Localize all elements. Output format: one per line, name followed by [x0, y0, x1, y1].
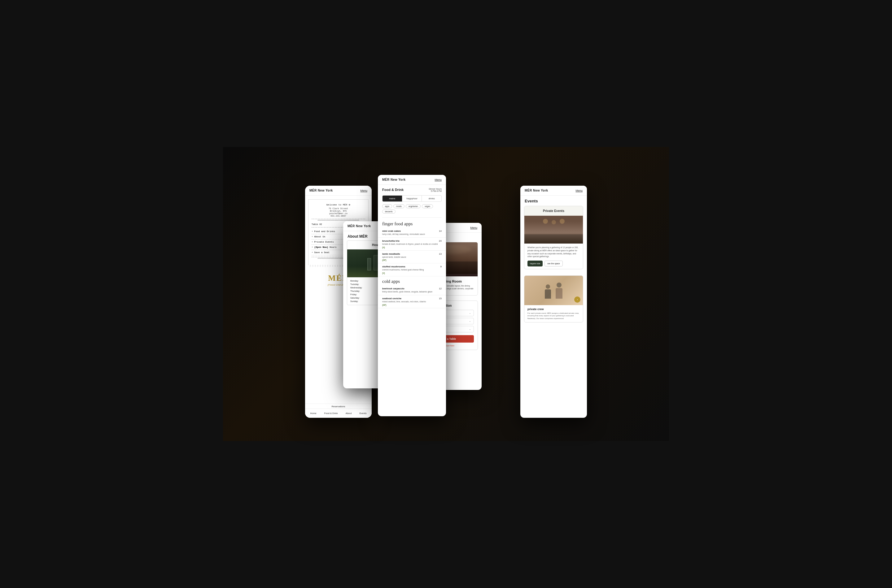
nav-logo-3: MÉR New York: [382, 178, 406, 182]
dining-scene-graphic: [524, 216, 583, 243]
email: yeschef@mer.co: [311, 212, 365, 215]
events-buttons: inquire now see the space: [528, 261, 580, 267]
food-item-lamb: lamb meatballs 13 spiced lamb, tzatziki …: [378, 250, 446, 263]
section-finger-food: finger food apps: [378, 219, 446, 228]
item-price-ceviche: 15: [439, 297, 442, 300]
phone: 631-231-9097: [311, 215, 365, 217]
tab-drinks[interactable]: drinks: [422, 196, 441, 201]
item-price-lamb: 13: [439, 252, 442, 255]
food-header: Food & Drink Dinner Hours 5 PM-9 PM: [378, 185, 446, 195]
private-events-text: Whether you're planning a gathering of 1…: [528, 246, 580, 258]
chip-vegetarian[interactable]: vegetarian: [406, 204, 421, 208]
person-body-2: [556, 288, 563, 298]
item-price-crab: 14: [439, 230, 442, 232]
nav-menu-1[interactable]: Menu: [360, 189, 367, 192]
divider-food: [382, 217, 442, 218]
bottom-nav-bar: Home Food & Drink About Events: [305, 408, 372, 418]
chip-desserts[interactable]: desserts: [382, 210, 396, 213]
plus-icon-1: +: [311, 230, 313, 233]
chip-apps[interactable]: apps: [382, 204, 392, 208]
food-item-bruschetta: bruschetta trio 24 tomato & basil, mushr…: [378, 238, 446, 250]
nav-about[interactable]: About: [344, 411, 353, 416]
address1: 75 Clark Street: [311, 207, 365, 210]
plus-icon-4: +: [311, 246, 313, 249]
filter-chips: apps meats vegetarian vegan desserts: [378, 202, 446, 216]
crew-body: private crew For each private event, MÉR…: [524, 305, 583, 322]
nav-menu-4[interactable]: Menu: [470, 226, 477, 230]
private-events-body: Whether you're planning a gathering of 1…: [524, 243, 583, 269]
private-events-label: Private Events: [314, 241, 334, 243]
about-label: About Us: [314, 236, 325, 238]
nav-bar-5: MÉR New York Menu: [520, 186, 587, 196]
item-desc-ceviche: mixed seafood, lime, avocado, red onion,…: [382, 300, 442, 303]
crew-title: private crew: [528, 308, 580, 311]
events-section-title: Events: [520, 196, 587, 206]
item-price-mushrooms: 9: [441, 265, 442, 268]
chip-meats[interactable]: meats: [393, 204, 405, 208]
item-price-beetroot: 12: [439, 287, 442, 290]
welcome-text: Welcome to MÉR ✿: [311, 203, 365, 206]
nav-menu-5[interactable]: Menu: [575, 189, 582, 192]
item-tag-bruschetta: (V): [382, 246, 442, 249]
nav-logo-2: MÉR New York: [347, 224, 371, 228]
table-label: Table 02: [311, 223, 322, 226]
item-price-bruschetta: 24: [439, 240, 442, 242]
nav-food[interactable]: Food & Drink: [323, 411, 339, 416]
crew-text: For each private event, MÉR assigns a de…: [528, 312, 580, 320]
dinner-hours-label: Dinner Hours: [429, 188, 442, 190]
item-tag-mushrooms: (V): [382, 272, 442, 274]
nav-logo-5: MÉR New York: [525, 189, 548, 192]
item-desc-crab: lump crab, old bay seasoning, remoulade …: [382, 233, 442, 236]
card-food: MÉR New York Menu Food & Drink Dinner Ho…: [378, 175, 446, 416]
date-arrow-icon: ⌄: [469, 312, 471, 314]
person-head-2: [557, 282, 561, 288]
inquire-now-button[interactable]: inquire now: [528, 261, 543, 267]
item-name-beetroot: beetroot carpaccio: [382, 287, 405, 290]
nav-bar-3: MÉR New York Menu: [378, 175, 446, 185]
crew-silhouettes-graphic: [545, 282, 563, 298]
private-events-image: [524, 216, 583, 243]
food-item-mushrooms: stuffed mushrooms 9 cremini mushrooms, h…: [378, 263, 446, 276]
person-2: [556, 282, 563, 298]
item-desc-lamb: spiced lamb, tzatziki sauce: [382, 256, 442, 258]
item-name-crab: mini crab cakes: [382, 230, 401, 232]
crew-image: ›: [524, 276, 583, 305]
private-crew-card: › private crew For each private event, M…: [524, 275, 583, 322]
food-item-mini-crab: mini crab cakes 14 lump crab, old bay se…: [378, 228, 446, 238]
time-arrow-icon: ⌄: [469, 320, 471, 322]
dinner-hours-value: 5 PM-9 PM: [429, 190, 442, 192]
food-section-label: Food & Drink: [382, 188, 403, 192]
food-item-beetroot: beetroot carpaccio 12 thinly sliced beet…: [378, 285, 446, 295]
private-events-header: Private Events: [524, 206, 583, 216]
nav-home[interactable]: Home: [309, 411, 318, 416]
chip-vegan[interactable]: vegan: [422, 204, 433, 208]
item-desc-beetroot: thinly sliced beets, goat cheese, arugul…: [382, 291, 442, 293]
party-arrow-icon: ⌄: [469, 328, 471, 330]
item-desc-bruschetta: tomato & basil, mushroom & thyme, peach …: [382, 243, 442, 245]
nav-events[interactable]: Events: [358, 411, 368, 416]
plus-icon-2: +: [311, 236, 313, 238]
food-drinks-label: Food and Drinks: [314, 230, 335, 233]
item-name-lamb: lamb meatballs: [382, 252, 400, 255]
card-events: MÉR New York Menu Events Private Events: [520, 186, 587, 418]
opentable-text: OpenTable: [445, 345, 454, 346]
tab-mains[interactable]: mains: [382, 196, 402, 201]
item-tag-ceviche: (GF): [382, 304, 442, 306]
private-events-card: Private Events Whether you're planning a…: [524, 206, 583, 269]
food-item-ceviche: seafood ceviche 15 mixed seafood, lime, …: [378, 295, 446, 308]
item-desc-mushrooms: cremini mushrooms, herbed goat cheese fi…: [382, 268, 442, 271]
plus-icon-3: +: [311, 241, 313, 243]
person-body-1: [545, 290, 551, 298]
crew-next-button[interactable]: ›: [574, 297, 581, 303]
item-tag-lamb: (GF): [382, 259, 442, 261]
plus-icon-5: +: [311, 251, 313, 254]
see-space-button[interactable]: see the space: [545, 261, 563, 267]
nav-bar-1: MÉR New York Menu: [305, 186, 372, 196]
person-1: [545, 284, 551, 298]
tab-happyhour[interactable]: happyhour: [402, 196, 422, 201]
food-tabs: mains happyhour drinks: [382, 195, 442, 202]
section-cold-apps: cold apps: [378, 276, 446, 285]
item-name-ceviche: seafood ceviche: [382, 297, 402, 300]
hours-label: (Open Now) Hours: [314, 246, 337, 249]
nav-menu-3[interactable]: Menu: [435, 178, 442, 182]
